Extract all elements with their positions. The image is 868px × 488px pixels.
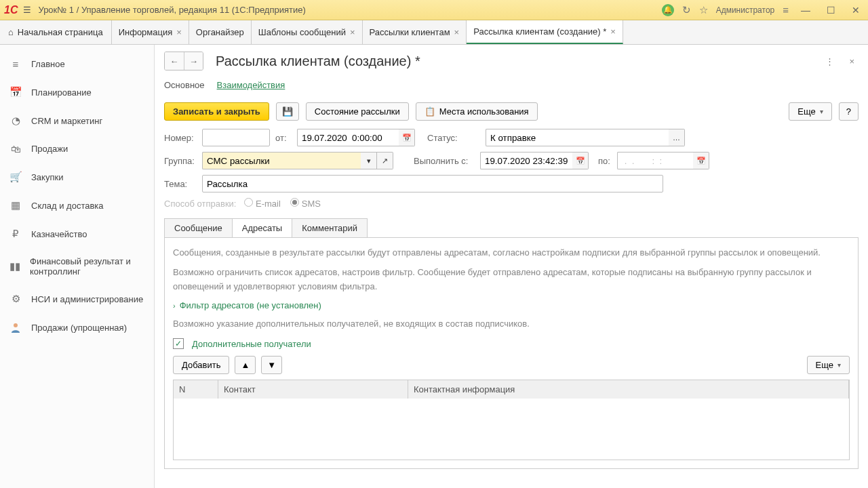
close-icon[interactable]: ×	[845, 54, 859, 69]
checkbox-icon[interactable]: ✓	[173, 338, 184, 349]
recipients-panel: Сообщения, созданные в результате рассыл…	[164, 237, 859, 469]
svg-point-0	[14, 323, 18, 327]
home-tab[interactable]: ⌂ Начальная страница	[0, 20, 112, 44]
tab-templates[interactable]: Шаблоны сообщений×	[252, 20, 363, 44]
number-input[interactable]	[202, 129, 270, 146]
status-input[interactable]	[486, 129, 669, 146]
move-up-button[interactable]: ▲	[235, 356, 256, 374]
extra-collapsible[interactable]: ✓ Дополнительные получатели	[173, 338, 850, 349]
subtab-main[interactable]: Основное	[164, 77, 205, 93]
sidebar-item-admin[interactable]: ⚙НСИ и администрирование	[0, 285, 154, 313]
tab-message[interactable]: Сообщение	[164, 218, 233, 237]
save-button[interactable]: 💾	[276, 102, 299, 121]
sidebar-item-sales[interactable]: 🛍Продажи	[0, 135, 154, 163]
gear-icon: ⚙	[9, 293, 22, 305]
close-icon[interactable]: ×	[350, 27, 355, 37]
back-button[interactable]: ←	[165, 52, 184, 70]
chevron-down-icon[interactable]: ▾	[361, 152, 377, 169]
sidebar-item-finance[interactable]: ▮▮Финансовый результат и контроллинг	[0, 248, 154, 285]
person-icon	[9, 321, 22, 333]
sidebar-item-crm[interactable]: ◔CRM и маркетинг	[0, 106, 154, 135]
usage-button[interactable]: 📋Места использования	[416, 102, 538, 121]
menu-icon: ≡	[9, 58, 22, 70]
filter-icon[interactable]: ≡	[783, 4, 789, 16]
list-icon: 📋	[425, 106, 435, 117]
info-text-2: Возможно ограничить список адресатов, на…	[173, 266, 850, 294]
tab-organizer[interactable]: Органайзер	[189, 20, 252, 44]
tab-mailing-new[interactable]: Рассылка клиентам (создание) *×	[467, 20, 623, 44]
status-label: Статус:	[427, 133, 461, 143]
star-icon[interactable]: ☆	[699, 4, 708, 16]
close-icon[interactable]: ×	[454, 27, 460, 37]
runfrom-label: Выполнить с:	[414, 156, 475, 166]
window-title: Урок№ 1 / Управление торговлей, редакция…	[38, 5, 661, 15]
runfrom-input[interactable]	[480, 152, 572, 169]
close-button[interactable]: ✕	[848, 5, 864, 16]
close-icon[interactable]: ×	[610, 26, 616, 37]
sidebar-item-planning[interactable]: 📅Планирование	[0, 78, 154, 106]
tabbar: ⌂ Начальная страница Информация× Органай…	[0, 20, 868, 45]
from-date-input[interactable]	[297, 129, 399, 146]
history-icon[interactable]: ↻	[682, 4, 691, 16]
radio-sms: SMS	[290, 198, 321, 209]
more-icon[interactable]: ⋮	[821, 54, 838, 69]
info-text-3: Возможно указание дополнительных получат…	[173, 317, 850, 331]
col-info[interactable]: Контактная информация	[408, 380, 849, 399]
sidebar-item-warehouse[interactable]: ▦Склад и доставка	[0, 191, 154, 220]
home-icon: ⌂	[8, 27, 14, 37]
radio-icon	[290, 198, 299, 207]
save-close-button[interactable]: Записать и закрыть	[164, 102, 269, 121]
ellipsis-icon[interactable]: …	[669, 129, 685, 146]
recipients-grid: N Контакт Контактная информация	[173, 380, 850, 460]
subject-input[interactable]	[202, 175, 663, 192]
home-tab-label: Начальная страница	[18, 27, 103, 37]
grid-body[interactable]	[174, 399, 849, 460]
group-input[interactable]	[202, 152, 361, 169]
calendar-icon: 📅	[9, 86, 22, 98]
menu-icon[interactable]: ☰	[23, 5, 31, 15]
chevron-right-icon: ›	[173, 302, 176, 310]
info-text-1: Сообщения, созданные в результате рассыл…	[173, 246, 850, 260]
tab-comment[interactable]: Комментарий	[292, 218, 368, 237]
maximize-button[interactable]: ☐	[823, 5, 840, 16]
titlebar: 1C ☰ Урок№ 1 / Управление торговлей, ред…	[0, 0, 868, 20]
grid-icon: ▦	[9, 199, 22, 211]
chart-icon: ◔	[9, 115, 22, 127]
move-down-button[interactable]: ▼	[261, 356, 282, 374]
minimize-button[interactable]: —	[797, 5, 814, 16]
calendar-icon[interactable]: 📅	[399, 129, 415, 146]
help-button[interactable]: ?	[839, 102, 859, 121]
app-logo: 1C	[4, 4, 18, 16]
filter-collapsible[interactable]: › Фильтр адресатов (не установлен)	[173, 300, 850, 310]
tab-recipients[interactable]: Адресаты	[232, 218, 292, 237]
ruble-icon: ₽	[9, 228, 22, 240]
radio-icon	[244, 198, 253, 207]
calendar-icon[interactable]: 📅	[572, 152, 589, 169]
from-label: от:	[275, 133, 292, 143]
calendar-icon[interactable]: 📅	[693, 152, 709, 169]
add-button[interactable]: Добавить	[173, 356, 229, 374]
number-label: Номер:	[164, 133, 197, 143]
status-button[interactable]: Состояние рассылки	[306, 102, 409, 121]
to-label: по:	[598, 156, 612, 166]
radio-email: E-mail	[244, 198, 281, 209]
bag-icon: 🛍	[9, 143, 22, 155]
group-label: Группа:	[164, 156, 197, 166]
col-n[interactable]: N	[174, 380, 218, 399]
sidebar-item-treasury[interactable]: ₽Казначейство	[0, 220, 154, 248]
sidebar-item-main[interactable]: ≡Главное	[0, 50, 154, 78]
tab-info[interactable]: Информация×	[112, 20, 189, 44]
forward-button[interactable]: →	[184, 52, 203, 70]
bell-icon[interactable]: 🔔	[662, 4, 674, 16]
sidebar: ≡Главное 📅Планирование ◔CRM и маркетинг …	[0, 45, 155, 488]
subtab-interactions[interactable]: Взаимодействия	[217, 77, 285, 93]
sidebar-item-purchase[interactable]: 🛒Закупки	[0, 163, 154, 191]
close-icon[interactable]: ×	[176, 27, 182, 37]
tab-mailings[interactable]: Рассылки клиентам×	[363, 20, 467, 44]
sidebar-item-sales-simple[interactable]: Продажи (упрощенная)	[0, 313, 154, 342]
more-button[interactable]: Еще	[789, 102, 831, 121]
col-contact[interactable]: Контакт	[218, 380, 408, 399]
open-icon[interactable]: ↗	[377, 152, 393, 169]
to-input[interactable]	[617, 152, 693, 169]
more-button[interactable]: Еще	[807, 356, 850, 374]
